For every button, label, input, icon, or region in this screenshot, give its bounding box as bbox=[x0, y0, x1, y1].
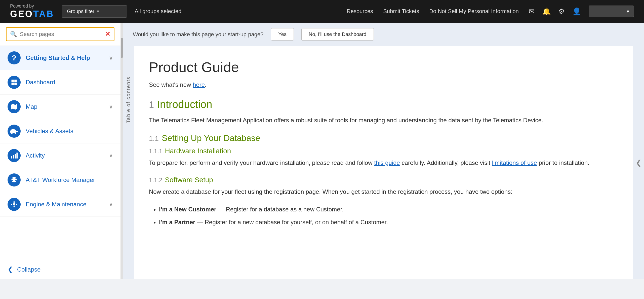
search-clear-icon[interactable]: ✕ bbox=[105, 30, 110, 38]
sidebar-scrollbar-thumb bbox=[121, 38, 123, 58]
do-not-sell-link[interactable]: Do Not Sell My Personal Information bbox=[429, 8, 519, 15]
resources-link[interactable]: Resources bbox=[347, 8, 373, 15]
bullet-2-label: I'm a Partner bbox=[159, 219, 195, 226]
logo-geotab: GEO bbox=[10, 9, 33, 19]
getting-started-label: Getting Started & Help bbox=[26, 54, 104, 61]
svg-rect-3 bbox=[14, 83, 17, 85]
dashboard-label: Dashboard bbox=[26, 79, 113, 86]
bullet-item-1: I'm a New Customer — Register for a data… bbox=[159, 205, 618, 214]
see-whats-new-prefix: See what's new bbox=[149, 81, 193, 88]
top-nav-icons: ✉ 🔔 ⚙ 👤 ▾ bbox=[529, 6, 634, 17]
sidebar-item-dashboard[interactable]: Dashboard bbox=[0, 70, 120, 95]
engine-label: Engine & Maintenance bbox=[26, 201, 104, 208]
see-whats-new: See what's new here. bbox=[149, 81, 618, 88]
content-area: Would you like to make this page your st… bbox=[123, 23, 644, 279]
user-menu-button[interactable]: ▾ bbox=[589, 6, 634, 17]
section-111-num: 1.1.1 bbox=[149, 148, 162, 155]
limitations-link[interactable]: limitations of use bbox=[492, 159, 537, 166]
svg-rect-2 bbox=[12, 83, 14, 85]
search-input[interactable] bbox=[20, 31, 102, 38]
section-1-title: Introduction bbox=[157, 98, 212, 110]
top-nav-right: Resources Submit Tickets Do Not Sell My … bbox=[347, 6, 634, 17]
submit-tickets-link[interactable]: Submit Tickets bbox=[383, 8, 419, 15]
here-link[interactable]: here bbox=[193, 81, 205, 88]
sidebar-item-engine[interactable]: Engine & Maintenance ∨ bbox=[0, 192, 120, 217]
svg-rect-17 bbox=[11, 204, 12, 205]
getting-started-chevron: ∨ bbox=[109, 55, 113, 61]
section-11-title: Setting Up Your Database bbox=[162, 133, 260, 143]
this-guide-link[interactable]: this guide bbox=[374, 159, 400, 166]
groups-filter-chevron: ▾ bbox=[97, 9, 99, 14]
collapse-button[interactable]: ❮ Collapse bbox=[0, 260, 120, 279]
product-guide-title: Product Guide bbox=[149, 59, 618, 75]
collapse-panel-icon[interactable]: ❮ bbox=[636, 159, 641, 167]
svg-marker-4 bbox=[11, 104, 17, 109]
sidebar: 🔍 ✕ ? Getting Started & Help ∨ Dashboard bbox=[0, 23, 121, 279]
main-layout: 🔍 ✕ ? Getting Started & Help ∨ Dashboard bbox=[0, 23, 644, 279]
vehicles-label: Vehicles & Assets bbox=[26, 128, 113, 135]
activity-icon bbox=[8, 149, 21, 162]
vehicles-icon bbox=[8, 125, 21, 138]
sidebar-item-att[interactable]: AT&T Workforce Manager bbox=[0, 168, 120, 192]
svg-rect-0 bbox=[12, 80, 14, 82]
section-111-heading: 1.1.1 Hardware Installation bbox=[149, 147, 618, 155]
sidebar-scrollbar[interactable] bbox=[121, 23, 123, 279]
section-11-num: 1.1 bbox=[149, 135, 159, 143]
mail-icon[interactable]: ✉ bbox=[529, 7, 535, 16]
powered-by-text: Powered by bbox=[10, 4, 34, 9]
search-icon: 🔍 bbox=[10, 31, 17, 38]
toc-label: Table of contents bbox=[126, 77, 131, 123]
groups-filter-button[interactable]: Groups filter ▾ bbox=[62, 5, 127, 18]
svg-rect-18 bbox=[16, 204, 17, 205]
att-label: AT&T Workforce Manager bbox=[26, 176, 113, 183]
startup-banner: Would you like to make this page your st… bbox=[123, 23, 644, 46]
no-dashboard-button[interactable]: No, I'll use the Dashboard bbox=[301, 28, 374, 41]
content-scroll[interactable]: Product Guide See what's new here. 1 Int… bbox=[134, 46, 633, 279]
bell-icon[interactable]: 🔔 bbox=[542, 7, 551, 16]
sidebar-item-map[interactable]: Map ∨ bbox=[0, 95, 120, 119]
svg-rect-6 bbox=[11, 129, 15, 131]
collapse-label: Collapse bbox=[17, 266, 41, 273]
collapse-icon: ❮ bbox=[8, 266, 13, 273]
map-chevron: ∨ bbox=[109, 103, 113, 110]
sidebar-item-getting-started[interactable]: ? Getting Started & Help ∨ bbox=[0, 46, 120, 70]
getting-started-icon: ? bbox=[8, 51, 21, 64]
user-menu-chevron: ▾ bbox=[627, 8, 629, 14]
section-111-title: Hardware Installation bbox=[165, 147, 231, 155]
svg-rect-12 bbox=[15, 154, 16, 159]
svg-rect-15 bbox=[14, 201, 15, 203]
dashboard-icon bbox=[8, 76, 21, 89]
all-groups-text: All groups selected bbox=[135, 8, 181, 15]
logo-tab: TAB bbox=[33, 9, 54, 19]
section-112-heading: 1.1.2 Software Setup bbox=[149, 176, 618, 184]
engine-chevron: ∨ bbox=[109, 201, 113, 208]
user-icon[interactable]: 👤 bbox=[572, 7, 581, 16]
svg-rect-13 bbox=[16, 153, 18, 158]
svg-point-8 bbox=[15, 132, 16, 134]
section-1-body: The Telematics Fleet Management Applicat… bbox=[149, 116, 618, 125]
section-112-body: Now create a database for your fleet usi… bbox=[149, 187, 618, 197]
search-box: 🔍 ✕ bbox=[6, 27, 114, 41]
sidebar-item-vehicles[interactable]: Vehicles & Assets bbox=[0, 119, 120, 143]
bullet-item-2: I'm a Partner — Register for a new datab… bbox=[159, 217, 618, 227]
svg-point-14 bbox=[13, 203, 15, 205]
bullet-1-label: I'm a New Customer bbox=[159, 206, 216, 213]
search-box-wrapper: 🔍 ✕ bbox=[0, 23, 120, 46]
svg-point-7 bbox=[11, 132, 13, 134]
map-label: Map bbox=[26, 103, 104, 110]
map-icon bbox=[8, 100, 21, 113]
logo-area: Powered by GEOTAB bbox=[10, 4, 54, 19]
settings-icon[interactable]: ⚙ bbox=[558, 7, 565, 16]
right-scroll-area: ❮ bbox=[633, 46, 644, 279]
content-wrapper: Table of contents Product Guide See what… bbox=[123, 46, 644, 279]
section-1-num: 1 bbox=[149, 100, 154, 110]
sidebar-item-activity[interactable]: Activity ∨ bbox=[0, 143, 120, 168]
bullet-list: I'm a New Customer — Register for a data… bbox=[159, 205, 618, 227]
att-icon bbox=[8, 173, 21, 186]
top-nav: Powered by GEOTAB Groups filter ▾ All gr… bbox=[0, 0, 644, 23]
svg-rect-10 bbox=[11, 156, 12, 158]
sidebar-nav: ? Getting Started & Help ∨ Dashboard Map… bbox=[0, 46, 120, 260]
yes-button[interactable]: Yes bbox=[271, 28, 294, 41]
startup-question: Would you like to make this page your st… bbox=[133, 31, 263, 38]
toc-sidebar: Table of contents bbox=[123, 46, 134, 279]
